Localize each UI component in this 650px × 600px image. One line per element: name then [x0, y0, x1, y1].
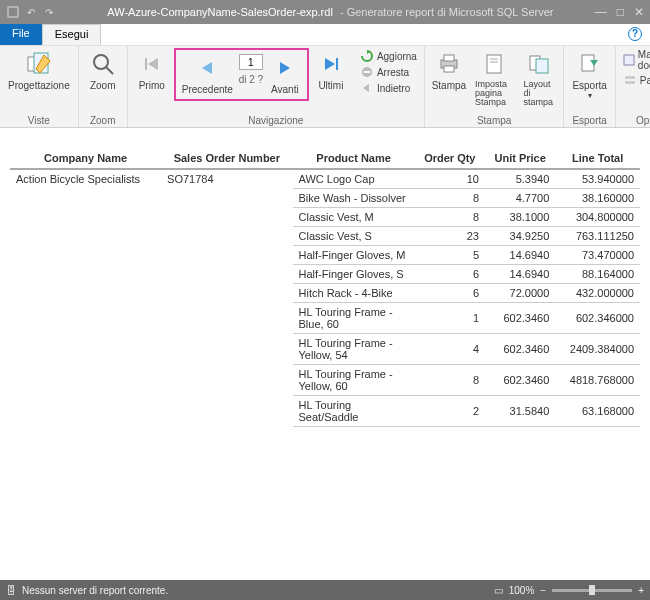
design-icon [25, 50, 53, 78]
cell-unit: 38.1000 [485, 208, 555, 227]
tab-file[interactable]: File [0, 24, 42, 45]
next-button[interactable]: Avanti [265, 52, 305, 97]
design-label: Progettazione [8, 80, 70, 91]
cell-product: HL Touring Frame - Blue, 60 [293, 303, 415, 334]
report-viewer: Company Name Sales Order Number Product … [0, 128, 650, 580]
refresh-label: Aggiorna [377, 51, 417, 62]
pagesetup-icon [480, 50, 508, 78]
first-button[interactable]: Primo [132, 48, 172, 93]
cell-so [161, 365, 292, 396]
cell-unit: 14.6940 [485, 246, 555, 265]
back-button[interactable]: Indietro [357, 80, 420, 96]
svg-rect-27 [625, 81, 635, 84]
refresh-button[interactable]: Aggiorna [357, 48, 420, 64]
print-button[interactable]: Stampa [429, 48, 469, 93]
titlebar: ↶ ↷ AW-Azure-CompanyName-SalesOrder-exp.… [0, 0, 650, 24]
zoom-slider[interactable] [552, 589, 632, 592]
cell-so [161, 396, 292, 427]
cell-unit: 34.9250 [485, 227, 555, 246]
design-button[interactable]: Progettazione [4, 48, 74, 93]
cell-total: 432.000000 [555, 284, 640, 303]
cell-company [10, 334, 161, 365]
prev-button[interactable]: Precedente [178, 52, 237, 97]
cell-qty: 1 [415, 303, 485, 334]
cell-product: Classic Vest, S [293, 227, 415, 246]
cell-so [161, 208, 292, 227]
page-of-label: di 2 ? [239, 74, 263, 85]
cell-company [10, 227, 161, 246]
report-table: Company Name Sales Order Number Product … [10, 148, 640, 427]
last-button[interactable]: Ultimi [311, 48, 351, 93]
group-options: Mappa docum... Parametri Opzioni [616, 46, 650, 127]
cell-product: AWC Logo Cap [293, 169, 415, 189]
cell-company [10, 208, 161, 227]
zoom-out-button[interactable]: − [540, 585, 546, 596]
view-icon[interactable]: ▭ [494, 585, 503, 596]
zoom-in-button[interactable]: + [638, 585, 644, 596]
svg-rect-25 [624, 55, 634, 65]
cell-qty: 8 [415, 189, 485, 208]
undo-icon[interactable]: ↶ [24, 5, 38, 19]
status-message: Nessun server di report corrente. [22, 585, 168, 596]
app-name: Generatore report di Microsoft SQL Serve… [347, 6, 554, 18]
cell-total: 73.470000 [555, 246, 640, 265]
cell-unit: 602.3460 [485, 334, 555, 365]
table-row: Half-Finger Gloves, M514.694073.470000 [10, 246, 640, 265]
cell-product: Classic Vest, M [293, 208, 415, 227]
cell-so [161, 189, 292, 208]
pagesetup-button[interactable]: Imposta pagina Stampa [471, 48, 517, 109]
cell-unit: 5.3940 [485, 169, 555, 189]
redo-icon[interactable]: ↷ [42, 5, 56, 19]
last-icon [317, 50, 345, 78]
cell-total: 602.346000 [555, 303, 640, 334]
svg-point-3 [94, 55, 108, 69]
zoom-button[interactable]: Zoom [83, 48, 123, 93]
cell-qty: 6 [415, 265, 485, 284]
col-product: Product Name [293, 148, 415, 169]
table-row: Bike Wash - Dissolver84.770038.160000 [10, 189, 640, 208]
table-row: Half-Finger Gloves, S614.694088.164000 [10, 265, 640, 284]
cell-qty: 6 [415, 284, 485, 303]
cell-unit: 4.7700 [485, 189, 555, 208]
cell-qty: 5 [415, 246, 485, 265]
svg-marker-7 [202, 62, 212, 74]
export-button[interactable]: Esporta ▾ [568, 48, 610, 102]
cell-total: 38.160000 [555, 189, 640, 208]
cell-product: HL Touring Frame - Yellow, 60 [293, 365, 415, 396]
docmap-button[interactable]: Mappa docum... [620, 48, 650, 72]
minimize-icon[interactable]: — [595, 5, 607, 19]
export-icon [576, 50, 604, 78]
pagesetup-label: Imposta pagina Stampa [475, 80, 513, 107]
zoom-label: Zoom [90, 80, 116, 91]
cell-qty: 2 [415, 396, 485, 427]
svg-marker-8 [280, 62, 290, 74]
cell-qty: 23 [415, 227, 485, 246]
back-icon [360, 81, 374, 95]
maximize-icon[interactable]: □ [617, 5, 624, 19]
cell-unit: 602.3460 [485, 303, 555, 334]
group-print: Stampa Imposta pagina Stampa Layout di s… [425, 46, 564, 127]
params-button[interactable]: Parametri [620, 72, 650, 88]
cell-company [10, 189, 161, 208]
cell-product: Bike Wash - Dissolver [293, 189, 415, 208]
cell-so [161, 265, 292, 284]
stop-button[interactable]: Arresta [357, 64, 420, 80]
col-total: Line Total [555, 148, 640, 169]
col-so: Sales Order Number [161, 148, 292, 169]
last-label: Ultimi [318, 80, 343, 91]
printlayout-button[interactable]: Layout di stampa [519, 48, 559, 109]
cell-company [10, 303, 161, 334]
cell-product: HL Touring Seat/Saddle [293, 396, 415, 427]
svg-marker-14 [363, 84, 369, 92]
close-icon[interactable]: ✕ [634, 5, 644, 19]
next-icon [271, 54, 299, 82]
page-input[interactable] [239, 54, 263, 70]
help-icon[interactable]: ? [628, 27, 642, 41]
cell-so [161, 227, 292, 246]
cell-total: 2409.384000 [555, 334, 640, 365]
tab-run[interactable]: Esegui [42, 24, 102, 45]
cell-total: 763.111250 [555, 227, 640, 246]
svg-rect-0 [8, 7, 18, 17]
cell-qty: 8 [415, 208, 485, 227]
save-icon[interactable] [6, 5, 20, 19]
